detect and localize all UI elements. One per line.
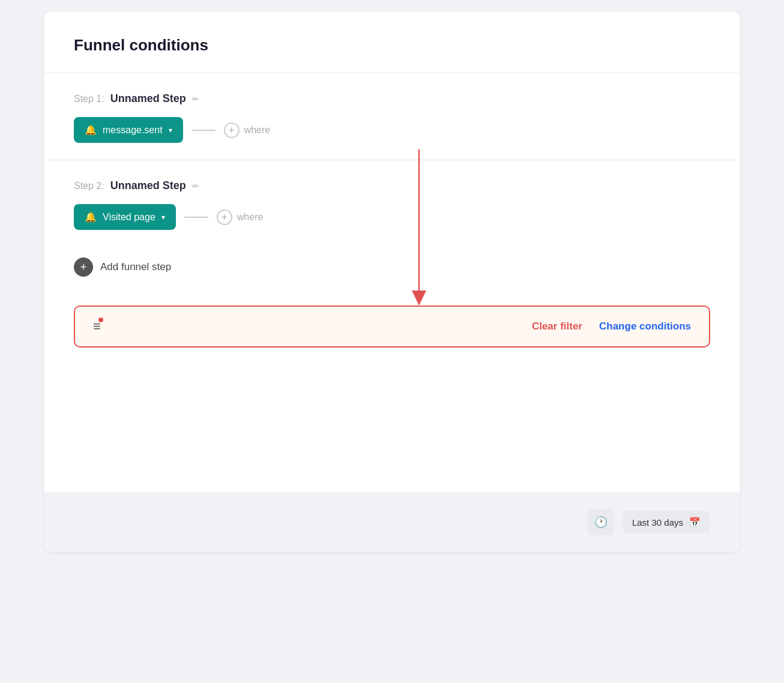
filter-icon-area: ≡ — [93, 319, 101, 334]
clear-filter-button[interactable]: Clear filter — [532, 320, 582, 332]
step1-edit-icon[interactable]: ✏ — [192, 94, 199, 104]
step2-name: Unnamed Step — [110, 179, 186, 192]
date-range-button[interactable]: Last 30 days 📅 — [623, 511, 710, 534]
step1-event-button[interactable]: 🔔 message.sent ▾ — [74, 117, 183, 143]
step1-event-label: message.sent — [103, 125, 163, 136]
filter-actions: Clear filter Change conditions — [532, 320, 691, 332]
clock-icon: 🕐 — [594, 516, 608, 529]
step1-header: Step 1: Unnamed Step ✏ — [74, 92, 710, 105]
step1-chevron-icon: ▾ — [169, 126, 172, 134]
clock-button[interactable]: 🕐 — [588, 509, 614, 535]
step1-where-plus-icon: + — [224, 122, 240, 138]
step1-row: 🔔 message.sent ▾ + where — [74, 117, 710, 143]
step2-where-plus-icon: + — [217, 209, 232, 225]
step2-event-label: Visited page — [103, 212, 155, 223]
add-funnel-step-row[interactable]: + Add funnel step — [74, 247, 710, 293]
add-step-label: Add funnel step — [100, 261, 171, 273]
step2-section: Step 2: Unnamed Step ✏ 🔔 Visited page ▾ … — [74, 160, 710, 247]
change-conditions-button[interactable]: Change conditions — [599, 320, 691, 332]
step2-label: Step 2: — [74, 181, 104, 191]
step2-edit-icon[interactable]: ✏ — [192, 181, 199, 191]
footer-bar: 🕐 Last 30 days 📅 — [44, 492, 740, 552]
main-card: Funnel conditions Step 1: Unnamed Step ✏… — [44, 12, 740, 552]
page-title: Funnel conditions — [74, 36, 710, 55]
step1-where-button[interactable]: + where — [224, 122, 271, 138]
step1-bell-icon: 🔔 — [85, 124, 97, 136]
filter-dot — [97, 316, 104, 323]
step2-connector — [184, 217, 208, 218]
add-step-plus-icon: + — [74, 257, 93, 277]
calendar-icon: 📅 — [689, 517, 701, 528]
step2-chevron-icon: ▾ — [161, 213, 165, 221]
step1-label: Step 1: — [74, 94, 104, 104]
step1-where-label: where — [244, 125, 271, 136]
date-range-label: Last 30 days — [632, 517, 683, 528]
step2-row: 🔔 Visited page ▾ + where — [74, 204, 710, 230]
step2-header: Step 2: Unnamed Step ✏ — [74, 179, 710, 192]
step2-where-button[interactable]: + where — [217, 209, 264, 225]
step2-bell-icon: 🔔 — [85, 211, 97, 223]
step1-section: Step 1: Unnamed Step ✏ 🔔 message.sent ▾ … — [74, 73, 710, 160]
step2-where-label: where — [237, 212, 264, 223]
filter-bar-wrapper: ≡ Clear filter Change conditions — [74, 305, 710, 372]
filter-bar: ≡ Clear filter Change conditions — [74, 305, 710, 348]
step2-event-button[interactable]: 🔔 Visited page ▾ — [74, 204, 176, 230]
step1-name: Unnamed Step — [110, 92, 186, 105]
step1-connector — [191, 130, 216, 131]
